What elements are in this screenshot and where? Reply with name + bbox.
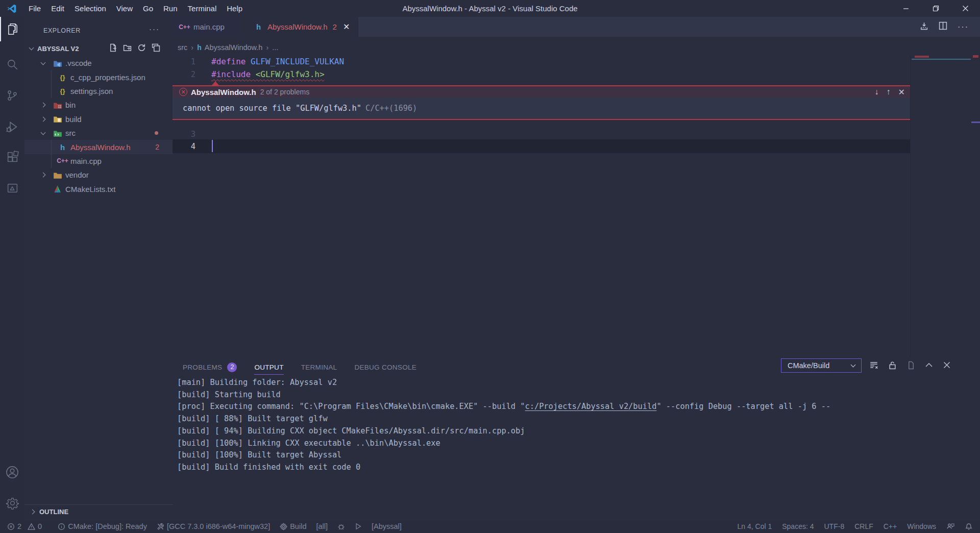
menu-edit[interactable]: Edit: [46, 0, 69, 17]
close-peek-icon[interactable]: ✕: [898, 87, 905, 97]
run-debug-icon[interactable]: [0, 114, 24, 139]
bin-folder-icon: [53, 100, 62, 110]
prev-problem-icon[interactable]: ↑: [887, 87, 891, 97]
close-window-button[interactable]: [950, 0, 980, 17]
code-line-1: 1 #define GLFW_INCLUDE_VULKAN: [173, 55, 910, 68]
source-control-icon[interactable]: [0, 83, 24, 108]
panel-tab-terminal[interactable]: TERMINAL: [301, 364, 337, 371]
explorer-more-actions-icon[interactable]: ···: [149, 25, 160, 33]
account-icon[interactable]: [0, 460, 24, 484]
run-dropdown-icon[interactable]: [920, 21, 928, 32]
panel-tab-problems[interactable]: PROBLEMS 2: [183, 362, 237, 372]
build-button[interactable]: Build: [280, 522, 306, 530]
cursor-position[interactable]: Ln 4, Col 1: [738, 522, 772, 530]
chevron-right-icon: [40, 116, 45, 122]
tab-label: AbyssalWindow.h: [267, 22, 328, 31]
panel-tab-debug-console[interactable]: DEBUG CONSOLE: [354, 364, 416, 371]
lock-icon[interactable]: [888, 361, 897, 372]
menu-selection[interactable]: Selection: [69, 0, 111, 17]
menu-run[interactable]: Run: [158, 0, 183, 17]
tab-main-cpp[interactable]: C++ main.cpp: [173, 17, 241, 37]
menu-terminal[interactable]: Terminal: [183, 0, 222, 17]
explorer-icon[interactable]: [0, 17, 24, 41]
output-channel-value: CMake/Build: [788, 361, 829, 370]
peek-header: ✕ AbyssalWindow.h 2 of 2 problems ↓ ↑ ✕: [173, 85, 910, 98]
tree-item-src-folder[interactable]: src: [24, 126, 173, 140]
search-icon[interactable]: [0, 52, 24, 77]
tree-item-bin-folder[interactable]: bin: [24, 98, 173, 112]
output-link[interactable]: c:/Projects/Abyssal v2/build: [525, 402, 657, 411]
os-indicator[interactable]: Windows: [907, 522, 936, 530]
split-editor-icon[interactable]: [939, 21, 947, 32]
close-panel-icon[interactable]: [943, 361, 951, 371]
peek-body[interactable]: cannot open source file "GLFW/glfw3.h" C…: [173, 98, 910, 120]
breadcrumb-symbol[interactable]: ...: [272, 43, 278, 52]
tree-item-cmakelists[interactable]: CMakeLists.txt: [24, 182, 173, 196]
tree-item-vendor-folder[interactable]: vendor: [24, 168, 173, 182]
new-folder-icon[interactable]: [123, 43, 132, 54]
problems-status[interactable]: 2 0: [7, 522, 42, 530]
eol-sequence[interactable]: CRLF: [854, 522, 873, 530]
vscode-logo-icon: [0, 4, 23, 14]
clear-output-icon[interactable]: [869, 360, 878, 372]
editor-tab-strip: C++ main.cpp h AbyssalWindow.h 2 ✕ ···: [173, 17, 980, 37]
encoding[interactable]: UTF-8: [824, 522, 845, 530]
collapse-folders-icon[interactable]: [152, 43, 160, 54]
header-file-icon: h: [197, 43, 202, 52]
chevron-down-icon: [40, 130, 45, 135]
cmake-file-icon: [53, 184, 62, 194]
build-target[interactable]: [all]: [316, 522, 328, 530]
close-tab-icon[interactable]: ✕: [343, 22, 350, 32]
breadcrumb-src[interactable]: src: [178, 43, 187, 52]
tab-label: main.cpp: [193, 22, 225, 31]
dropdown-chevron-icon: [851, 362, 856, 368]
settings-gear-icon[interactable]: [0, 491, 24, 515]
maximize-panel-icon[interactable]: [925, 361, 933, 371]
tree-item-c-cpp-properties[interactable]: {} c_cpp_properties.json: [24, 70, 173, 84]
pin-output-icon[interactable]: [906, 361, 915, 372]
tree-item-label: bin: [65, 101, 76, 109]
tree-item-main-cpp[interactable]: C++ main.cpp: [24, 154, 173, 168]
panel-tab-output[interactable]: OUTPUT: [254, 364, 283, 371]
minimap[interactable]: [910, 55, 971, 357]
next-problem-icon[interactable]: ↓: [875, 87, 879, 97]
tree-item-label: CMakeLists.txt: [65, 185, 115, 193]
new-file-icon[interactable]: [109, 43, 117, 54]
feedback-icon[interactable]: [946, 522, 954, 530]
warning-icon: [28, 523, 35, 530]
breadcrumb-separator: ›: [191, 43, 193, 52]
tree-item-abyssalwindow-h[interactable]: h AbyssalWindow.h 2: [24, 140, 173, 154]
section-chevron-icon: [29, 45, 34, 51]
restore-button[interactable]: [921, 0, 950, 17]
refresh-icon[interactable]: [137, 43, 146, 54]
tree-item-vscode-folder[interactable]: .vscode: [24, 56, 173, 70]
menu-view[interactable]: View: [111, 0, 138, 17]
outline-section-header[interactable]: OUTLINE: [24, 504, 173, 519]
cmake-status[interactable]: CMake: [Debug]: Ready: [58, 522, 147, 530]
breadcrumb-file[interactable]: AbyssalWindow.h: [205, 43, 263, 52]
tab-abyssalwindow-h[interactable]: h AbyssalWindow.h 2 ✕: [241, 17, 358, 37]
extensions-icon[interactable]: [0, 144, 24, 169]
language-mode[interactable]: C++: [884, 522, 897, 530]
debug-icon[interactable]: [337, 523, 345, 530]
notifications-bell-icon[interactable]: [965, 522, 973, 530]
launch-icon[interactable]: [355, 523, 362, 530]
breadcrumb-separator: ›: [266, 43, 268, 52]
menu-file[interactable]: File: [23, 0, 46, 17]
output-channel-dropdown[interactable]: CMake/Build: [781, 358, 862, 373]
menu-go[interactable]: Go: [138, 0, 158, 17]
output-log: [main] Building folder: Abyssal v2 [buil…: [177, 377, 830, 474]
workspace-section-header[interactable]: ABYSSAL V2: [24, 42, 173, 55]
minimize-button[interactable]: [891, 0, 921, 17]
tree-item-settings-json[interactable]: {} settings.json: [24, 84, 173, 98]
code-editor[interactable]: 1 #define GLFW_INCLUDE_VULKAN 2 #include…: [173, 55, 980, 357]
launch-target[interactable]: [Abyssal]: [372, 522, 402, 530]
cmake-view-icon[interactable]: [0, 176, 24, 200]
ruler-cursor-mark: [971, 122, 980, 123]
kit-selector[interactable]: [GCC 7.3.0 i686-w64-mingw32]: [157, 522, 270, 530]
editor-more-actions-icon[interactable]: ···: [958, 22, 969, 32]
tree-item-build-folder[interactable]: build: [24, 112, 173, 126]
error-icon: [7, 523, 15, 530]
menu-help[interactable]: Help: [222, 0, 248, 17]
indentation[interactable]: Spaces: 4: [782, 522, 814, 530]
